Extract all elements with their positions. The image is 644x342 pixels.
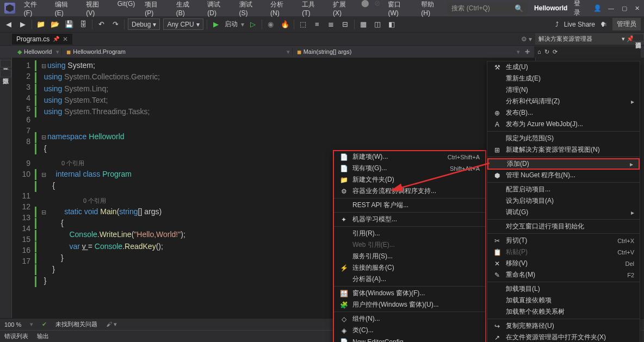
- tab-output[interactable]: 输出: [37, 332, 49, 340]
- start-label[interactable]: 启动: [225, 20, 238, 29]
- menu-file[interactable]: 文件(F): [20, 0, 49, 19]
- nav-add-icon[interactable]: ✚: [522, 48, 532, 55]
- menu-item[interactable]: ✦机器学习模型...: [334, 214, 485, 225]
- menu-item[interactable]: REST API 客户端...: [334, 200, 485, 211]
- vtab-right[interactable]: 资源门诊器: [633, 34, 644, 41]
- menu-item[interactable]: 📄现有项(G)...Shift+Alt+A: [334, 163, 485, 174]
- panel-dropdown-icon[interactable]: ▾: [622, 35, 625, 42]
- tb-icon-a[interactable]: ⬚: [298, 19, 308, 30]
- menu-item[interactable]: 清理(N): [487, 84, 640, 96]
- menu-item[interactable]: 调试(G)▸: [487, 207, 640, 218]
- menu-item[interactable]: 📁新建文件夹(D): [334, 174, 485, 185]
- menu-item[interactable]: ⊞新建解决方案资源管理器视图(N): [487, 144, 640, 156]
- se-sync-icon[interactable]: ↻: [544, 48, 549, 55]
- code-content[interactable]: ⊟using System; using System.Collections.…: [35, 58, 185, 318]
- menu-item[interactable]: 📄新建项(W)...Ctrl+Shift+A: [334, 151, 485, 163]
- step-icon[interactable]: ◉: [265, 19, 276, 30]
- start-nodebug-icon[interactable]: ▷: [247, 19, 258, 30]
- menu-analyze[interactable]: 分析(N): [266, 0, 296, 19]
- menu-item[interactable]: ⬢管理 NuGet 程序包(N)...: [487, 170, 640, 181]
- minimize-button[interactable]: —: [608, 5, 614, 12]
- forward-icon[interactable]: ▶: [17, 19, 28, 30]
- menu-item[interactable]: 引用(R)...: [334, 228, 485, 239]
- issues-text[interactable]: 未找到相关问题: [55, 320, 97, 328]
- menu-item[interactable]: ✕移除(V)Del: [487, 258, 640, 269]
- menu-item[interactable]: ✎重命名(M)F2: [487, 269, 640, 281]
- undo-icon[interactable]: ↶: [96, 19, 107, 30]
- maximize-button[interactable]: ▢: [622, 5, 627, 12]
- vtab-datasource[interactable]: 数据源: [0, 70, 11, 77]
- vtab-toolbox[interactable]: 工具箱: [0, 60, 11, 67]
- new-project-icon[interactable]: 📁: [35, 19, 46, 30]
- menu-debug[interactable]: 调试(D): [203, 0, 233, 19]
- tb-icon-g[interactable]: ◧: [386, 19, 397, 30]
- menu-item[interactable]: ↗在文件资源管理器中打开文件夹(X): [487, 332, 640, 342]
- login-avatar-icon[interactable]: 👤: [593, 4, 602, 12]
- menu-item[interactable]: 配置启动项目...: [487, 184, 640, 195]
- tab-settings-icon[interactable]: ⚙ ▾: [518, 35, 535, 43]
- tb-icon-e[interactable]: ▦: [358, 19, 369, 30]
- search-box[interactable]: 搜索 (Ctrl+Q)🔍: [447, 2, 528, 15]
- back-icon[interactable]: ◀: [3, 19, 14, 30]
- menu-item[interactable]: ⚙容器业务流程协调程序支持...: [334, 185, 485, 197]
- menu-item[interactable]: ✂剪切(T)Ctrl+X: [487, 235, 640, 246]
- menu-item[interactable]: 限定为此范围(S): [487, 133, 640, 144]
- menu-item[interactable]: 加载整个依赖关系树: [487, 306, 640, 318]
- menu-item[interactable]: A发布为 Azure WebJob(J)...: [487, 119, 640, 130]
- config-dropdown[interactable]: Debug ▾: [128, 18, 160, 30]
- menu-item[interactable]: 加载直接依赖项: [487, 295, 640, 306]
- feedback-icon[interactable]: 🗣: [600, 21, 607, 28]
- menu-item[interactable]: 🧩用户控件(Windows 窗体)(U)...: [334, 299, 485, 310]
- menu-item[interactable]: ⊕发布(B)...: [487, 107, 640, 119]
- tab-program-cs[interactable]: Program.cs 📌 ✕: [12, 34, 72, 45]
- menu-item[interactable]: ◈类(C)...: [334, 325, 485, 336]
- platform-dropdown[interactable]: Any CPU ▾: [163, 18, 203, 30]
- menu-ext[interactable]: 扩展(X): [329, 0, 359, 19]
- nav-method[interactable]: ◼Main(string[] args): [292, 48, 515, 55]
- menu-item[interactable]: ◇组件(N)...: [334, 313, 485, 325]
- menu-item[interactable]: 分析器(A)...: [334, 273, 485, 285]
- hot-reload-icon[interactable]: 🔥: [280, 19, 290, 30]
- tb-icon-f[interactable]: ◫: [372, 19, 383, 30]
- menu-help[interactable]: 帮助(H): [417, 0, 447, 19]
- menu-window[interactable]: 窗口(W): [383, 0, 416, 19]
- menu-item[interactable]: 📄New EditorConfig: [334, 336, 485, 342]
- menu-build[interactable]: 生成(B): [172, 0, 202, 19]
- save-icon[interactable]: 💾: [64, 19, 75, 30]
- menu-item[interactable]: ⚡连接的服务(C): [334, 262, 485, 273]
- menu-item[interactable]: ⚒生成(U): [487, 61, 640, 73]
- menu-tools[interactable]: 工具(T): [298, 0, 327, 19]
- menu-project[interactable]: 项目(P): [140, 0, 171, 19]
- menu-item[interactable]: 设为启动项目(A): [487, 195, 640, 207]
- menu-item[interactable]: 卸载项目(L): [487, 283, 640, 295]
- start-debug-button[interactable]: ▶: [210, 19, 221, 30]
- se-refresh-icon[interactable]: ⟳: [553, 48, 558, 55]
- menu-test[interactable]: 测试(S): [235, 0, 265, 19]
- menu-item[interactable]: 重新生成(E): [487, 73, 640, 84]
- close-button[interactable]: ✕: [635, 5, 640, 12]
- menu-edit[interactable]: 编辑(E): [51, 0, 81, 19]
- tb-icon-c[interactable]: ≣: [326, 19, 337, 30]
- menu-git[interactable]: Git(G): [113, 0, 140, 19]
- menu-item[interactable]: 服务引用(S)...: [334, 251, 485, 262]
- login-link[interactable]: 登录: [574, 0, 587, 17]
- tab-errorlist[interactable]: 错误列表: [4, 332, 28, 340]
- menu-item[interactable]: 分析和代码清理(Z)▸: [487, 96, 640, 107]
- menu-view[interactable]: 视图(V): [82, 0, 112, 19]
- liveshare-button[interactable]: Live Share: [564, 21, 595, 28]
- menu-item[interactable]: ↪复制完整路径(U): [487, 320, 640, 332]
- tb-icon-d[interactable]: ⊟: [340, 19, 351, 30]
- menu-item[interactable]: 对交互窗口进行项目初始化: [487, 221, 640, 232]
- liveshare-icon[interactable]: ⤴: [555, 21, 559, 28]
- nav-class[interactable]: ◼Helloworld.Program: [61, 48, 284, 55]
- menu-item[interactable]: 添加(D)▸: [487, 158, 640, 170]
- close-tab-icon[interactable]: ✕: [63, 35, 68, 43]
- save-all-icon[interactable]: 🗄: [78, 19, 89, 30]
- zoom-level[interactable]: 100 %: [4, 321, 21, 328]
- menu-item[interactable]: 🪟窗体(Windows 窗体)(F)...: [334, 288, 485, 299]
- record-icon[interactable]: ⬤: [360, 0, 370, 9]
- redo-icon[interactable]: ↷: [110, 19, 121, 30]
- tb-icon-b[interactable]: ≡: [312, 19, 323, 30]
- nav-project[interactable]: ◆Helloworld: [15, 48, 54, 55]
- tools-icon[interactable]: 🖌 ▾: [106, 321, 117, 328]
